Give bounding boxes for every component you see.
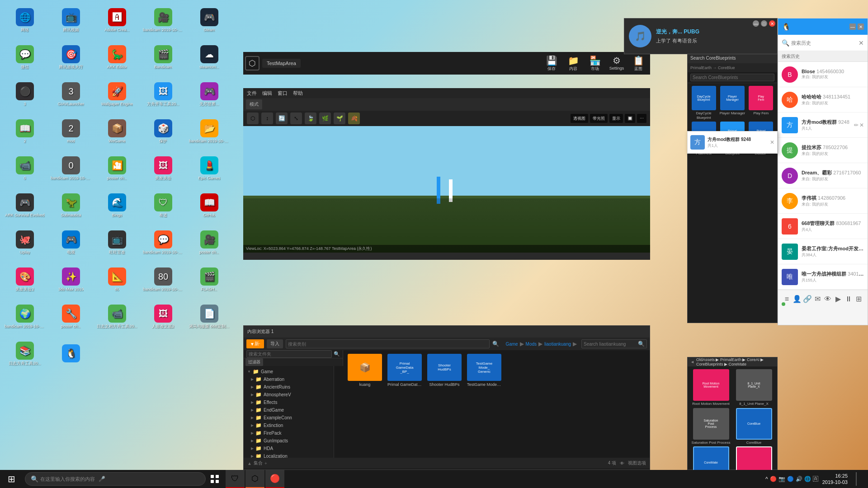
desktop-icon-668[interactable]: 🔧 poster ch... [48, 299, 94, 335]
desktop-icon-giavl[interactable]: 🚀 Wallpaper Engine [94, 76, 140, 113]
ue-menu-help[interactable]: 帮助 [293, 90, 303, 97]
cb-import-button[interactable]: 导入 [267, 339, 283, 348]
tool-move[interactable]: ↕ [261, 113, 273, 124]
qq-notification-popup[interactable]: 🎵 逆光，奔... PUBG 上学了 有粤语音乐 — □ ✕ [624, 18, 778, 54]
rp-item-playfem[interactable]: PlayFem Play Fem [748, 86, 774, 120]
qq-notif-close-button[interactable]: ✕ [769, 20, 775, 27]
qq-search-input[interactable] [791, 40, 857, 46]
ue-blueprint-button[interactable]: 📋 蓝图 [628, 55, 648, 72]
desktop-icon-bandicam3[interactable]: 📹 0 [2, 150, 47, 187]
qq-notif-maximize-button[interactable]: □ [761, 20, 767, 27]
rp-bottom-saturation[interactable]: SaturationPostProcess Saturation Post Pr… [690, 408, 731, 445]
qq-contact-hahaha[interactable]: 哈 哈哈哈哈 3481134451 来自: 我的好友 [778, 87, 868, 113]
ue-lit-button[interactable]: 带光照 [590, 114, 608, 123]
taskbar-tray-icon-4[interactable]: 🔊 [796, 476, 802, 482]
desktop-icon-poster[interactable]: 🖼 美发美妆 [141, 150, 186, 187]
rp-bottom-unit-plane[interactable]: 8_1_UnitPlane_X 8_1_Unit Plane_X [733, 369, 774, 406]
cb-breadcrumb-game[interactable]: Game [505, 342, 518, 347]
qq-contact-zhanshen[interactable]: 唯 唯一方舟战神模组群 34015988 共155人 [778, 264, 868, 290]
taskbar-app-record[interactable]: 🔴 [265, 470, 284, 488]
tree-item-atmospherev[interactable]: ▶ 📁 AtmosphereV [244, 391, 334, 399]
tree-item-aberration[interactable]: ▶ 📁 Aberration [244, 375, 334, 383]
tool-select[interactable]: ⬡ [247, 113, 259, 124]
cb-asset-shooterhud[interactable]: ShooterHudBPs Shooter HudBPs [426, 354, 462, 387]
group-popup[interactable]: 方 方舟mod教程群 9248 共1人 ✕ [687, 131, 778, 154]
group-popup-close-button[interactable]: ✕ [770, 139, 774, 145]
qq-minimize-button[interactable]: — [849, 23, 856, 30]
desktop-icon-document[interactable]: 📄 渴马与板栗 668定制化 MOD... [187, 299, 232, 335]
cb-filter-button[interactable]: 过滤器 [245, 358, 263, 366]
cb-asset-testgamemode[interactable]: TestGameMode_Generic TestGame Mode_ Gene… [466, 354, 502, 387]
taskbar-tray-icon-3[interactable]: 🔵 [787, 476, 794, 482]
desktop-icon-novel[interactable]: 📖 2 [2, 113, 47, 150]
cb-new-button[interactable]: ▼ 新· [246, 339, 264, 348]
cb-breadcrumb-mods[interactable]: Mods [526, 342, 537, 347]
desktop-icon-bandicam4[interactable]: 🎦 poster ch... [94, 150, 140, 187]
desktop-icon-bandicam2[interactable]: 🎬 Bandicam [141, 39, 186, 75]
desktop-icon-wechat[interactable]: 💬 微信 [2, 39, 47, 75]
cb-view-options[interactable]: 视图选项 [628, 460, 646, 466]
qq-contact-yanjun[interactable]: 晏 晏君工作室:方舟mod开发 534 共384人 [778, 239, 868, 264]
tool-misc2[interactable]: 🌿 [319, 113, 331, 124]
qq-tb-play-icon[interactable]: ▶ [833, 293, 844, 305]
taskbar-tray-icon-1[interactable]: 🔴 [770, 476, 777, 482]
cb-filter-input[interactable] [584, 342, 638, 347]
desktop-icon-folder2[interactable]: 📂 bandicam 2019-10-0... [187, 113, 232, 150]
qq-tb-contact-icon[interactable]: 👤 [792, 293, 802, 305]
desktop-icon-adobe[interactable]: 🅰 Adobe Crea... [94, 2, 140, 38]
desktop-icon-num2[interactable]: 2 mod [48, 113, 94, 150]
tool-rotate[interactable]: 🔄 [276, 113, 288, 124]
cb-sources-search[interactable] [246, 350, 332, 358]
qq-close-button[interactable]: ✕ [858, 23, 864, 30]
desktop-icon-subnautica[interactable]: 🌊 Bingo [94, 188, 140, 224]
qq-tb-eye-icon[interactable]: 👁 [823, 293, 833, 305]
tree-item-localization[interactable]: ▶ 📁 Localization [244, 452, 334, 458]
cb-search-input[interactable] [288, 342, 488, 347]
ue-3d-canvas[interactable]: ViewLoc: X=5023.864 Y=4766.874 Z=-148.76… [243, 126, 650, 253]
desktop-icon-novel2[interactable]: 📚 日志方舟工具20... [2, 336, 47, 372]
tree-item-game[interactable]: ▼ 📁 Game [244, 368, 334, 375]
tree-item-gunimpacts[interactable]: ▶ 📁 GunImpacts [244, 437, 334, 445]
ue-save-button[interactable]: 💾 保存 [542, 55, 561, 72]
desktop-icon-github[interactable]: 🐙 Uplay [2, 225, 47, 261]
desktop-icon-game2[interactable]: 🎮 无尽世界... [187, 76, 232, 113]
desktop-icon-qq[interactable]: 🐧 [48, 336, 94, 372]
desktop-icon-ark-editor[interactable]: 🦕 ARK Editor [94, 39, 140, 75]
desktop-icon-uplay[interactable]: 🎮 电视 [48, 225, 94, 261]
ue-menu-file[interactable]: 文件 [247, 90, 257, 97]
desktop-icon-poster2[interactable]: 🎨 美发美妆2 [2, 262, 47, 298]
rp-search-input[interactable] [690, 74, 774, 81]
cb-asset-kuang[interactable]: 📦 kuang [347, 354, 383, 387]
tree-item-exampleconn[interactable]: ▶ 📁 ExampleConn [244, 414, 334, 422]
ue-settings-button[interactable]: ⚙ Settings [607, 55, 627, 72]
ue-extra2[interactable]: ⋯ [637, 114, 646, 123]
taskbar-tray-icon-2[interactable]: 📷 [778, 476, 785, 482]
cb-asset-gamedata[interactable]: PrimalGameData_BP_ Primal GameData _BP_ [387, 354, 423, 387]
ue-viewport[interactable]: 文件 编辑 窗口 帮助 模式 ⬡ ↕ 🔄 ⤡ 🍃 🌿 🌱 🍂 透视图 带光照 显… [243, 88, 650, 260]
desktop-icon-steam[interactable]: 🎮 Steam [187, 2, 232, 38]
desktop-icon-bandicam5[interactable]: 🎥 poster ch... [187, 225, 232, 261]
qq-contact-edit-icon[interactable]: ✏ [854, 122, 859, 128]
tool-misc3[interactable]: 🌱 [334, 113, 345, 124]
rp-bottom-coreblue[interactable]: CoreBlue CoreBlue [733, 408, 774, 445]
desktop-icon-bandicam6[interactable]: 🎬 FLASH... [187, 262, 232, 298]
tree-item-firepack[interactable]: ▶ 📁 FirePack [244, 429, 334, 437]
qq-contact-blose[interactable]: B Blose 1454660030 来自: 我的好友 [778, 62, 868, 87]
qq-tb-link-icon[interactable]: 🔗 [802, 293, 813, 305]
desktop-icon-num0[interactable]: 0 bandicam 2019-10-0... [48, 150, 94, 187]
desktop-icon-wangd[interactable]: 💬 bandicam 2019-10-0... [141, 225, 186, 261]
taskbar-tray-icon-5[interactable]: 🌐 [804, 476, 811, 482]
tool-scale[interactable]: ⤡ [290, 113, 302, 124]
ue-extra-controls[interactable]: 🔲 [625, 114, 635, 123]
desktop-icon-survival[interactable]: 🦖 Subnautica [48, 188, 94, 224]
qq-contact-liweiqi[interactable]: 李 李伟祺 1428607906 来自: 我的好友 [778, 188, 868, 214]
desktop-icon-obs[interactable]: ⚫ 3 [2, 76, 47, 113]
qq-tb-pause-icon[interactable]: ⏸ [844, 293, 854, 305]
rp-item-daycycle[interactable]: DayCycleBlueprint DayCycle Blueprint [690, 86, 717, 120]
desktop-icon-tv[interactable]: 📺 旺旺官改 [94, 225, 140, 261]
taskbar-mic-icon[interactable]: 🎤 [99, 476, 105, 482]
ue-market-button[interactable]: 🏪 市场 [585, 55, 605, 72]
desktop-icon-bandicam7[interactable]: 📹 日志文档方舟工具20... [94, 299, 140, 335]
desktop-icon-num80[interactable]: 80 bandicam 2019-10-0... [141, 262, 186, 298]
tree-item-effects[interactable]: ▶ 📁 Effects [244, 399, 334, 406]
